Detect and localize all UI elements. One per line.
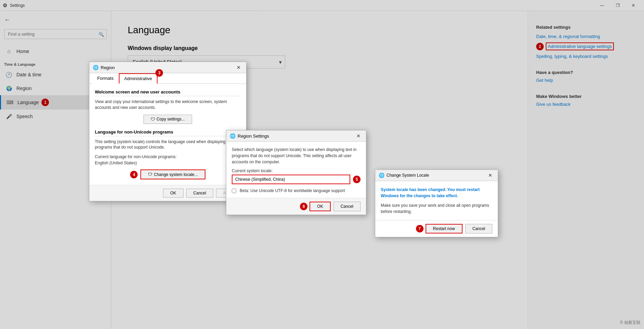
change-locale-footer: 7 Restart now Cancel xyxy=(375,220,498,237)
region-settings-locale-select[interactable]: Chinese (Simplified, China) xyxy=(232,175,350,184)
region-settings-title: Region Settings xyxy=(238,134,354,139)
region-settings-titlebar: 🌐 Region Settings ✕ xyxy=(226,130,366,142)
step-badge-7: 7 xyxy=(416,225,424,232)
tab-formats[interactable]: Formats xyxy=(92,73,119,84)
sidebar-search: 🔍 xyxy=(4,29,107,39)
change-locale-title: Change System Locale xyxy=(387,173,486,178)
region-dialog-tabs: Formats Administrative 3 xyxy=(89,73,246,84)
watermark-text: © 创新互联 xyxy=(620,320,641,325)
region-settings-desc: Select which language (system locale) to… xyxy=(226,142,366,168)
region-settings-ok-button[interactable]: OK xyxy=(310,202,330,211)
question-title: Have a question? xyxy=(536,70,636,75)
copy-settings-button[interactable]: Copy settings... xyxy=(143,115,192,124)
region-settings-close[interactable]: ✕ xyxy=(354,132,363,139)
region-dialog-titlebar: 🌐 Region ✕ xyxy=(89,62,246,73)
right-section-question: Have a question? Get help xyxy=(536,70,636,83)
search-input[interactable] xyxy=(4,29,107,39)
change-locale-titlebar: 🌐 Change System Locale ✕ xyxy=(375,170,498,181)
tab-formats-label: Formats xyxy=(97,76,114,81)
current-locale-value: English (United States) xyxy=(95,161,241,165)
step-badge-5: 5 xyxy=(353,176,361,183)
speech-icon: 🎤 xyxy=(5,113,12,120)
sidebar-item-label-date-time: Date & time xyxy=(16,72,41,77)
region-settings-dialog: 🌐 Region Settings ✕ Select which languag… xyxy=(226,130,366,215)
region-ok-button[interactable]: OK xyxy=(163,189,183,198)
give-feedback-link[interactable]: Give us feedback xyxy=(536,102,636,107)
minimize-button[interactable]: — xyxy=(594,0,610,11)
region-cancel-button[interactable]: Cancel xyxy=(186,189,213,198)
restart-now-button[interactable]: Restart now xyxy=(426,224,463,233)
region-settings-footer: 6 OK Cancel xyxy=(226,198,366,215)
sidebar-item-label-speech: Speech xyxy=(16,114,33,119)
back-icon: ← xyxy=(4,16,10,24)
step-badge-4: 4 xyxy=(130,171,138,178)
change-locale-close-button[interactable]: ✕ xyxy=(486,172,494,179)
get-help-link[interactable]: Get help xyxy=(536,78,636,83)
step-badge-3: 3 xyxy=(155,69,163,77)
tab-administrative-label: Administrative xyxy=(124,76,152,81)
region-dialog-footer: OK Cancel Apply xyxy=(89,185,246,201)
home-icon: ⌂ xyxy=(5,48,12,55)
sidebar-item-label-home: Home xyxy=(16,49,29,54)
link-administrative-language[interactable]: Administrative language settings xyxy=(546,42,614,50)
right-section-feedback: Make Windows better Give us feedback xyxy=(536,94,636,107)
sidebar-item-home[interactable]: ⌂ Home xyxy=(0,45,111,58)
welcome-section-title: Welcome screen and new user accounts xyxy=(95,89,241,96)
region-dialog-body: Welcome screen and new user accounts Vie… xyxy=(89,84,246,185)
search-icon: 🔍 xyxy=(99,31,104,37)
title-bar-controls: — ❐ ✕ xyxy=(594,0,641,11)
change-locale-dialog: 🌐 Change System Locale ✕ System locale h… xyxy=(375,169,498,237)
region-settings-select-wrapper: Chinese (Simplified, China) 5 xyxy=(226,175,366,188)
welcome-section-desc: View and copy your international setting… xyxy=(95,99,241,111)
region-dialog: 🌐 Region ✕ Formats Administrative 3 Welc… xyxy=(89,62,247,201)
step-badge-2: 2 xyxy=(536,43,544,50)
settings-icon: ⚙ xyxy=(3,2,7,9)
beta-unicode-checkbox[interactable] xyxy=(232,189,236,193)
close-button[interactable]: ✕ xyxy=(626,0,641,11)
change-locale-body: System locale has been changed. You must… xyxy=(375,181,498,220)
change-system-locale-label: Change system locale... xyxy=(154,172,198,177)
clock-icon: 🕐 xyxy=(5,71,12,78)
region-settings-icon: 🌐 xyxy=(230,133,236,139)
unicode-section-desc: This setting (system locale) controls th… xyxy=(95,139,241,151)
change-system-locale-button[interactable]: Change system locale... xyxy=(140,169,205,179)
step-badge-6: 6 xyxy=(300,203,307,210)
back-button[interactable]: ← xyxy=(0,14,111,26)
region-icon: 🌍 xyxy=(5,85,12,92)
page-title: Language xyxy=(128,25,511,36)
change-locale-sub: Make sure you save your work and close a… xyxy=(381,202,492,215)
right-panel: Related settings Date, time, & regional … xyxy=(528,11,644,329)
title-bar: ⚙ Settings — ❐ ✕ xyxy=(0,0,644,11)
change-locale-desc: System locale has been changed. You must… xyxy=(381,187,492,199)
current-locale-label: Current language for non-Unicode program… xyxy=(95,154,241,159)
sidebar-item-label-region: Region xyxy=(16,86,31,91)
sidebar-item-label-language: Language xyxy=(17,100,39,105)
maximize-button[interactable]: ❐ xyxy=(610,0,626,11)
copy-settings-label: Copy settings... xyxy=(156,117,185,122)
link-spelling-typing[interactable]: Spelling, typing, & keyboard settings xyxy=(536,54,636,59)
related-settings-title: Related settings xyxy=(536,25,636,30)
region-settings-cancel-button[interactable]: Cancel xyxy=(333,202,361,211)
change-locale-cancel-button[interactable]: Cancel xyxy=(465,224,492,233)
windows-display-language-title: Windows display language xyxy=(128,45,511,51)
tab-administrative[interactable]: Administrative 3 xyxy=(119,73,158,84)
region-dialog-icon: 🌐 xyxy=(93,65,99,70)
beta-unicode-label: Beta: Use Unicode UTF-8 for worldwide la… xyxy=(240,188,345,193)
change-locale-icon: 🌐 xyxy=(379,173,384,178)
unicode-section-title: Language for non-Unicode programs xyxy=(95,129,241,136)
watermark: © 创新互联 xyxy=(620,320,641,326)
region-dialog-close[interactable]: ✕ xyxy=(235,64,243,71)
make-better-title: Make Windows better xyxy=(536,94,636,99)
step-badge-1: 1 xyxy=(41,99,49,106)
title-bar-title: Settings xyxy=(10,3,25,8)
region-settings-locale-label: Current system locale: xyxy=(226,168,366,175)
region-dialog-title: Region xyxy=(101,65,235,70)
link-date-time-regional[interactable]: Date, time, & regional formatting xyxy=(536,34,636,39)
beta-unicode-row: Beta: Use Unicode UTF-8 for worldwide la… xyxy=(226,188,366,198)
language-icon: ⌨ xyxy=(7,99,13,106)
